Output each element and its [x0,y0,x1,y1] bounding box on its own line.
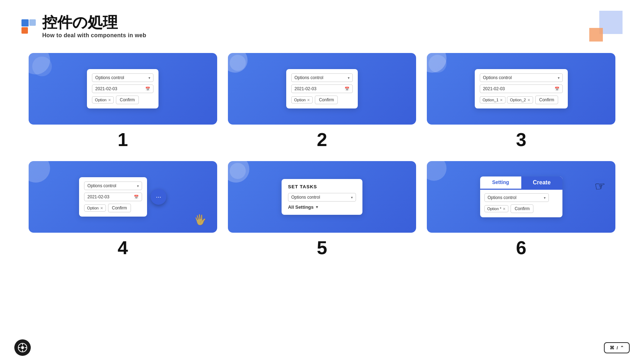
calendar-icon: 📅 [555,87,560,91]
brand-logo [14,339,31,356]
card3-ui-mock: Options control ▾ 2021-02-03 📅 Option_1 … [475,69,568,108]
card3-tags: Option_1 ✕ Option_2 ✕ [480,96,533,103]
card3-date-row: 2021-02-03 📅 [480,84,563,93]
card5-select-row: Options control ▾ [288,193,356,202]
blob-6 [427,161,447,181]
card4-fab[interactable]: ··· [151,189,166,205]
chevron-down-icon: ▾ [148,76,150,80]
tag1-remove-icon[interactable]: ✕ [500,98,503,102]
card3-select[interactable]: Options control ▾ [480,73,563,82]
sub-title: How to deal with components in web [42,32,146,39]
card-wrapper-2: Options control ▾ 2021-02-03 📅 Option ✕ [228,53,416,150]
card3-select-row: Options control ▾ [480,73,563,82]
card-wrapper-4: Options control ▾ 2021-02-03 📅 Option [29,161,217,258]
card3-confirm-button[interactable]: Confirm [535,96,558,104]
card5-select[interactable]: Options control ▾ [288,193,356,202]
card4-select-row: Options control ▾ [84,182,142,190]
card-5: SET TASKS Options control ▾ All Settings… [228,161,416,233]
calendar-icon: 📅 [145,87,150,91]
tag-remove-icon[interactable]: ✕ [108,98,111,102]
blob-2 [32,57,52,76]
card5-panel: SET TASKS Options control ▾ All Settings… [282,179,362,215]
card4-ui-mock: Options control ▾ 2021-02-03 📅 Option [79,177,147,217]
card2-select-row: Options control ▾ [291,73,353,82]
card3-date[interactable]: 2021-02-03 📅 [480,84,563,93]
card6-body: Options control ▾ Option * ✕ Confirm [480,190,562,217]
card2-confirm-button[interactable]: Confirm [315,96,338,104]
card2-ui-mock: Options control ▾ 2021-02-03 📅 Option ✕ [286,69,358,108]
title-block: 控件の処理 How to deal with components in web [42,14,146,39]
card6-number: 6 [516,237,526,258]
card2-date[interactable]: 2021-02-03 📅 [291,84,353,93]
logo-icon [21,19,36,34]
calendar-icon: 📅 [134,195,139,199]
card-4: Options control ▾ 2021-02-03 📅 Option [29,161,217,233]
card3-action-row: Option_1 ✕ Option_2 ✕ Confirm [480,96,563,104]
card2-tag[interactable]: Option ✕ [291,96,313,103]
card6-action-row: Option * ✕ Confirm [484,204,558,213]
card1-ui-mock: Options control ▾ 2021-02-03 📅 Option ✕ [87,69,158,108]
card6-tag[interactable]: Option * ✕ [484,205,509,212]
card1-action-row: Option ✕ Confirm [92,96,153,104]
card6-select-row: Options control ▾ [484,193,558,202]
chevron-down-icon: ▾ [558,76,560,80]
card4-tag[interactable]: Option ✕ [84,204,106,212]
card2-action-row: Option ✕ Confirm [291,96,353,104]
card6-confirm-button[interactable]: Confirm [511,204,533,213]
tab-create[interactable]: Create [521,176,562,190]
card4-date[interactable]: 2021-02-03 📅 [84,193,142,201]
cards-grid: Options control ▾ 2021-02-03 📅 Option ✕ [0,42,644,269]
fab-dots-icon: ··· [156,193,161,201]
card-2: Options control ▾ 2021-02-03 📅 Option ✕ [228,53,416,125]
tag2-remove-icon[interactable]: ✕ [527,98,530,102]
card2-select[interactable]: Options control ▾ [291,73,353,82]
chevron-down-icon: ▾ [316,205,318,209]
card6-panel: Setting Create Options control ▾ [480,176,562,217]
card-3: Options control ▾ 2021-02-03 📅 Option_1 … [427,53,615,125]
card5-number: 5 [317,237,327,258]
shortcut-key2: ⌃ [620,345,624,350]
card1-select-row: Options control ▾ [92,73,153,82]
card4-number: 4 [118,237,128,258]
card6-tabs: Setting Create [480,176,562,190]
blob-inner-5 [230,163,246,179]
card4-date-row: 2021-02-03 📅 [84,193,142,201]
card3-tag1[interactable]: Option_1 ✕ [480,96,506,103]
keyboard-shortcut: ⌘ / ⌃ [604,342,630,353]
chevron-down-icon: ▾ [351,195,353,199]
header: 控件の処理 How to deal with components in web [0,0,644,42]
card1-select[interactable]: Options control ▾ [92,73,153,82]
card2-number: 2 [317,129,327,150]
card-wrapper-6: Setting Create Options control ▾ [427,161,615,258]
card4-confirm-button[interactable]: Confirm [108,204,131,212]
set-tasks-title: SET TASKS [288,184,356,189]
shortcut-key1: ⌘ [610,345,614,350]
card1-confirm-button[interactable]: Confirm [116,96,139,104]
bottom-bar: ⌘ / ⌃ [14,339,630,356]
card1-date-row: 2021-02-03 📅 [92,84,153,93]
card-wrapper-1: Options control ▾ 2021-02-03 📅 Option ✕ [29,53,217,150]
chevron-down-icon: ▾ [544,196,546,200]
card-1: Options control ▾ 2021-02-03 📅 Option ✕ [29,53,217,125]
cursor-pointer-icon: ☞ [594,179,606,194]
svg-point-4 [21,346,24,349]
calendar-icon: 📅 [345,87,350,91]
card4-select[interactable]: Options control ▾ [84,182,142,190]
chevron-down-icon: ▾ [348,76,350,80]
card1-date[interactable]: 2021-02-03 📅 [92,84,153,93]
tab-setting[interactable]: Setting [480,176,521,190]
card6-select[interactable]: Options control ▾ [484,193,549,202]
card-wrapper-5: SET TASKS Options control ▾ All Settings… [228,161,416,258]
card-wrapper-3: Options control ▾ 2021-02-03 📅 Option_1 … [427,53,615,150]
card-6: Setting Create Options control ▾ [427,161,615,233]
all-settings-button[interactable]: All Settings ▾ [288,204,356,210]
card1-tag[interactable]: Option ✕ [92,96,113,103]
chevron-down-icon: ▾ [137,184,139,188]
tag-remove-icon[interactable]: ✕ [100,206,103,210]
tag-remove-icon[interactable]: ✕ [503,207,506,211]
brand-logo-icon [18,343,28,353]
card3-tag2[interactable]: Option_2 ✕ [507,96,533,103]
tag-remove-icon[interactable]: ✕ [307,98,310,102]
card1-number: 1 [118,129,128,150]
svg-rect-0 [21,19,29,26]
